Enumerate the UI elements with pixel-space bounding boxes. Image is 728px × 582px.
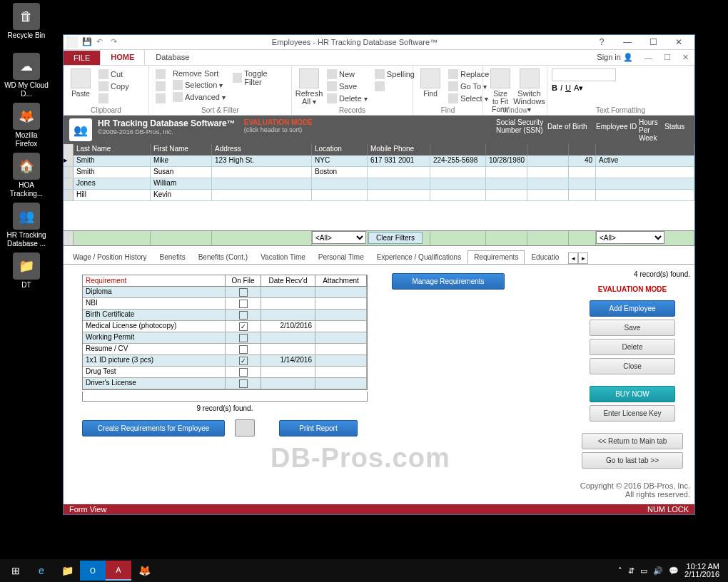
sign-in-link[interactable]: Sign in 👤 [591,50,639,65]
tray-wifi-icon[interactable]: ▭ [640,566,647,576]
copy-button[interactable]: Copy [96,81,131,92]
new-button[interactable]: New [325,68,370,80]
bold-button[interactable]: B [552,83,557,93]
selection-button[interactable]: Selection ▾ [171,79,228,91]
tab-educatio[interactable]: Educatio [525,250,565,264]
qat-redo-icon[interactable]: ↷ [111,37,121,47]
return-main-button[interactable]: << Return to Main tab [582,433,683,449]
ribbon-min-icon[interactable]: — [639,51,658,65]
status-filter[interactable]: <All> [596,231,664,244]
desktop-icon-3[interactable]: 🏠HOA Tracking... [4,153,49,198]
app-icon [66,36,78,48]
tray-vol-icon[interactable]: 🔊 [653,566,663,576]
checkbox[interactable] [239,334,248,342]
req-row[interactable]: Working Permit [83,332,367,344]
close-icon[interactable]: ✕ [666,35,692,49]
font-color-button[interactable]: A▾ [574,83,583,93]
desktop-icon-2[interactable]: 🦊Mozilla Firefox [4,103,49,148]
underline-button[interactable]: U [565,83,571,93]
table-row[interactable]: ▸SmithMike123 High St.NYC617 931 2001224… [64,155,694,167]
format-painter-button[interactable] [96,93,131,104]
delete-button[interactable]: Delete [590,339,675,355]
qat-undo-icon[interactable]: ↶ [96,37,106,47]
help-icon[interactable]: ? [589,35,615,49]
access-icon[interactable]: A [106,561,131,581]
last-tab-button[interactable]: Go to last tab >> [582,452,683,469]
close-button[interactable]: Close [590,358,675,374]
checkbox[interactable]: ✓ [239,322,248,331]
tab-benefits-cont-[interactable]: Benefits (Cont.) [192,250,254,264]
systray[interactable]: ˄ ⇵ ▭ 🔊 💬 10:12 AM2/11/2016 [618,563,725,578]
tab-database[interactable]: Database [145,49,200,65]
outlook-icon[interactable]: O [80,561,106,581]
req-row[interactable]: Medical License (photocopy)✓2/10/2016 [83,321,367,332]
req-row[interactable]: Driver's License [83,378,367,389]
italic-button[interactable]: I [560,83,562,93]
firefox-taskbar-icon[interactable]: 🦊 [131,561,157,581]
qat-save-icon[interactable]: 💾 [82,37,92,47]
save-rec-button[interactable]: Save [325,81,370,92]
tray-up-icon[interactable]: ˄ [618,566,622,576]
clear-filters-button[interactable]: Clear Filters [368,232,423,244]
detail-tabstrip: Wage / Position HistoryBenefitsBenefits … [64,249,694,265]
desktop-icon-1[interactable]: ☁WD My Cloud D... [4,53,49,98]
req-row[interactable]: Diploma [83,287,367,298]
checkbox[interactable] [239,379,248,388]
table-row[interactable]: SmithSusanBoston [64,167,694,178]
checkbox[interactable] [239,311,248,320]
req-row[interactable]: Birth Certificate [83,310,367,321]
checkbox[interactable] [239,368,248,377]
tray-action-icon[interactable]: 💬 [669,566,679,576]
location-filter[interactable]: <All> [312,231,366,244]
delete-rec-button[interactable]: Delete ▾ [325,93,370,104]
checkbox[interactable] [239,288,248,297]
tab-vacation-time[interactable]: Vacation Time [254,250,312,264]
sort-asc-button[interactable] [153,68,168,80]
req-row[interactable]: 1x1 ID picture (3 pcs)✓1/14/2016 [83,355,367,367]
save-button[interactable]: Save [590,320,675,336]
print-report-button[interactable]: Print Report [279,420,358,436]
checkbox[interactable]: ✓ [239,357,248,365]
explorer-icon[interactable]: 📁 [54,561,80,581]
buy-now-button[interactable]: BUY NOW [590,386,675,402]
tab-benefits[interactable]: Benefits [153,250,192,264]
cut-button[interactable]: Cut [96,68,131,80]
add-employee-button[interactable]: Add Employee [590,300,675,317]
clock[interactable]: 10:12 AM2/11/2016 [684,563,719,578]
req-row[interactable]: NBI [83,298,367,310]
tray-net-icon[interactable]: ⇵ [628,566,635,576]
toggle-filter-button[interactable]: Toggle Filter [231,68,287,87]
license-key-button[interactable]: Enter License Key [590,405,675,422]
req-row[interactable]: Drug Test [83,367,367,378]
font-family[interactable] [552,68,616,81]
more-button[interactable] [373,81,417,92]
tab-prev-icon[interactable]: ◂ [568,252,578,264]
tab-wage-position-history[interactable]: Wage / Position History [66,250,153,264]
req-row[interactable]: Resume / CV [83,344,367,355]
edge-icon[interactable]: e [29,561,54,581]
desktop-icon-4[interactable]: 👥HR Tracking Database ... [4,203,49,248]
ribbon-rest-icon[interactable]: ☐ [658,50,677,65]
desktop-icon-5[interactable]: 📁DT [4,252,49,290]
table-row[interactable]: JonesWilliam [64,178,694,190]
manage-req-button[interactable]: Manage Requirements [392,273,505,290]
ribbon-close-icon[interactable]: ✕ [677,50,694,65]
maximize-icon[interactable]: ☐ [640,35,666,49]
tab-requirements[interactable]: Requirements [467,250,525,264]
desktop-icon-0[interactable]: 🗑Recycle Bin [4,3,49,40]
start-button[interactable]: ⊞ [3,561,29,581]
checkbox[interactable] [239,345,248,354]
file-tab[interactable]: FILE [64,51,100,65]
spelling-button[interactable]: Spelling [373,68,417,80]
tab-home[interactable]: HOME [100,49,145,65]
sort-desc-button[interactable] [153,81,168,92]
minimize-icon[interactable]: — [615,35,640,49]
advanced-button[interactable]: Advanced ▾ [171,91,228,103]
tab-experience-qualifications[interactable]: Experience / Qualifications [370,250,467,264]
remove-sort-button[interactable] [153,93,168,104]
tab-next-icon[interactable]: ▸ [578,252,588,264]
create-req-button[interactable]: Create Requirements for Employee [82,420,225,436]
checkbox[interactable] [239,300,248,308]
tab-personal-time[interactable]: Personal Time [312,250,370,264]
table-row[interactable]: HillKevin [64,190,694,201]
